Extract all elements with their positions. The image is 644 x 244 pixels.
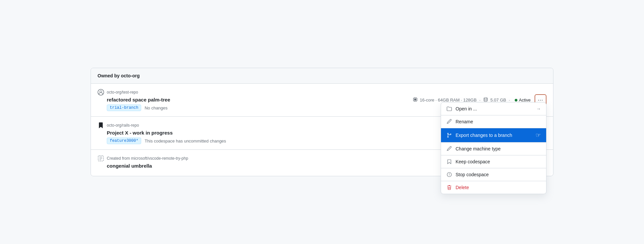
- codespace-left-2: octo-org/rails-repo Project X - work in …: [98, 122, 464, 144]
- pencil-icon-rename: [446, 119, 452, 125]
- menu-label-keep: Keep codespace: [456, 159, 490, 164]
- menu-item-keep[interactable]: Keep codespace: [441, 155, 546, 168]
- active-dot-1: [515, 99, 517, 102]
- arrow-icon-open: →: [536, 106, 541, 111]
- repo-name-3: Created from microsoft/vscode-remote-try…: [107, 156, 188, 161]
- menu-item-open-left: Open in ...: [446, 106, 477, 112]
- menu-label-rename: Rename: [456, 119, 473, 124]
- stop-icon: [446, 172, 452, 178]
- codespace-left-1: octo-org/test-repo refactored space palm…: [98, 89, 413, 111]
- branch-status-2: This codespace has uncommitted changes: [144, 139, 226, 143]
- menu-item-export-left: Export changes to a branch: [446, 132, 512, 138]
- repo-row-1: octo-org/test-repo: [98, 89, 413, 96]
- svg-point-15: [450, 134, 451, 135]
- repo-row-2: octo-org/rails-repo: [98, 122, 464, 129]
- dashed-repo-icon: [98, 155, 104, 162]
- menu-label-export: Export changes to a branch: [456, 133, 512, 138]
- active-badge-1: Active: [515, 98, 531, 102]
- specs-text-1: 16-core · 64GB RAM · 128GB: [420, 98, 477, 102]
- repo-row-3: Created from microsoft/vscode-remote-try…: [98, 155, 469, 162]
- branch-icon: [446, 132, 452, 138]
- trash-icon: [446, 184, 452, 190]
- bookmark-icon-keep: [446, 159, 452, 165]
- menu-label-delete: Delete: [456, 185, 469, 190]
- pencil-icon-change: [446, 146, 452, 152]
- storage-text-1: 5.07 GB: [490, 98, 506, 102]
- svg-point-12: [484, 98, 487, 99]
- dot-2: ·: [509, 98, 510, 102]
- github-icon: [98, 89, 104, 96]
- codespace-name-1: refactored space palm-tree: [98, 97, 413, 102]
- menu-item-delete-left: Delete: [446, 184, 469, 190]
- svg-rect-3: [414, 99, 416, 101]
- codespace-name-3: congenial umbrella: [98, 163, 469, 169]
- menu-item-open[interactable]: Open in ... →: [441, 102, 546, 115]
- section-header: Owned by octo-org: [91, 68, 553, 84]
- menu-item-rename[interactable]: Rename: [441, 115, 546, 128]
- svg-point-13: [448, 133, 449, 134]
- cpu-icon-1: [413, 97, 418, 103]
- svg-point-1: [100, 91, 102, 93]
- menu-item-export[interactable]: Export changes to a branch ☞: [441, 128, 546, 142]
- cursor-hand-icon: ☞: [536, 132, 541, 139]
- codespace-left-3: Created from microsoft/vscode-remote-try…: [98, 155, 469, 171]
- menu-label-stop: Stop codespace: [456, 172, 489, 177]
- codespace-item-1: octo-org/test-repo refactored space palm…: [91, 84, 553, 117]
- menu-item-change-machine-left: Change machine type: [446, 146, 501, 152]
- svg-point-19: [449, 175, 450, 176]
- menu-item-stop-left: Stop codespace: [446, 172, 489, 178]
- svg-point-14: [448, 137, 449, 138]
- menu-item-change-machine[interactable]: Change machine type: [441, 142, 546, 155]
- branch-badge-2: feature3000*: [107, 138, 141, 144]
- menu-label-open: Open in ...: [456, 106, 477, 111]
- active-text-1: Active: [519, 98, 531, 102]
- repo-name-2: octo-org/rails-repo: [107, 123, 139, 128]
- menu-item-delete[interactable]: Delete: [441, 181, 546, 194]
- repo-name-1: octo-org/test-repo: [107, 90, 138, 95]
- bookmark-repo-icon: [98, 122, 104, 129]
- branch-row-2: feature3000* This codespace has uncommit…: [98, 138, 464, 144]
- section-title: Owned by octo-org: [98, 73, 140, 78]
- branch-status-1: No changes: [144, 105, 167, 110]
- branch-row-1: trial-branch No changes: [98, 104, 413, 111]
- menu-item-keep-left: Keep codespace: [446, 159, 490, 165]
- codespaces-list: Owned by octo-org octo-org/test-repo ref…: [91, 68, 553, 176]
- folder-icon: [446, 106, 452, 112]
- menu-item-stop[interactable]: Stop codespace: [441, 168, 546, 181]
- branch-badge-1: trial-branch: [107, 104, 141, 111]
- menu-label-change-machine: Change machine type: [456, 146, 501, 151]
- dot-1: ·: [479, 98, 481, 102]
- codespace-name-2: Project X - work in progress: [98, 130, 464, 136]
- menu-item-rename-left: Rename: [446, 119, 473, 125]
- dropdown-menu: Open in ... → Rename: [441, 102, 546, 194]
